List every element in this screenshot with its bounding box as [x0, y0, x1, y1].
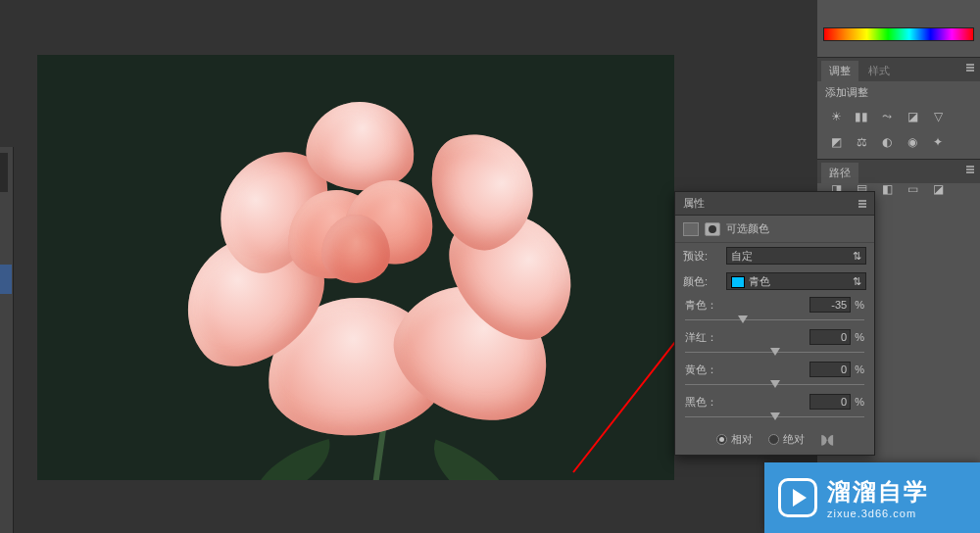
- cyan-label: 青色：: [685, 298, 717, 313]
- magenta-value-input[interactable]: [809, 329, 851, 345]
- percent-symbol: %: [855, 363, 864, 375]
- properties-header[interactable]: 属性: [675, 192, 874, 216]
- black-label: 黑色：: [685, 395, 717, 410]
- preset-value: 自定: [731, 249, 753, 264]
- magenta-slider-track[interactable]: [685, 347, 864, 359]
- balance-icon[interactable]: ⚖: [851, 133, 872, 151]
- cyan-swatch-icon: [731, 276, 745, 288]
- tab-adjustments[interactable]: 调整: [821, 61, 858, 81]
- method-radio-row: 相对 绝对 ◗◖: [675, 423, 874, 455]
- play-icon: [778, 478, 817, 517]
- paths-menu-icon[interactable]: [966, 169, 974, 170]
- bw-icon[interactable]: ◐: [876, 133, 898, 151]
- black-slider-row: 黑色： %: [675, 391, 874, 423]
- left-panel-strip: [0, 147, 14, 533]
- adjustment-type-row: 可选颜色: [675, 216, 874, 243]
- radio-checked-icon: [716, 434, 727, 445]
- left-collapse-handle[interactable]: [0, 153, 8, 192]
- magenta-slider-thumb[interactable]: [770, 348, 780, 356]
- properties-panel: 属性 可选颜色 预设: 自定 ⇅ 颜色: 青色 ⇅ 青色： %: [674, 191, 875, 456]
- dropdown-arrows-icon: ⇅: [853, 275, 861, 288]
- hue-icon[interactable]: ◩: [825, 133, 847, 151]
- watermark-main: 溜溜自学: [827, 476, 929, 508]
- document-canvas[interactable]: [37, 55, 674, 480]
- radio-unchecked-icon: [768, 434, 779, 445]
- absolute-label: 绝对: [783, 432, 805, 447]
- layer-mask-icon[interactable]: [705, 222, 720, 236]
- vibrance-icon[interactable]: ▽: [927, 108, 949, 125]
- percent-symbol: %: [855, 299, 864, 311]
- watermark-logo: 溜溜自学 zixue.3d66.com: [764, 462, 980, 533]
- footer-preview-icon[interactable]: ◗◖: [820, 431, 834, 447]
- cyan-slider-row: 青色： %: [675, 294, 874, 326]
- selective-color-adjust-icon: [683, 222, 699, 236]
- percent-symbol: %: [855, 331, 864, 343]
- preset-row: 预设: 自定 ⇅: [675, 243, 874, 268]
- exposure-icon[interactable]: ◪: [902, 108, 923, 125]
- left-layer-indicator[interactable]: [0, 265, 12, 294]
- adjustments-tabs: 调整 样式: [817, 57, 980, 81]
- magenta-slider-row: 洋红： %: [675, 326, 874, 359]
- colors-label: 颜色:: [683, 274, 720, 289]
- relative-radio[interactable]: 相对: [716, 432, 753, 447]
- black-slider-track[interactable]: [685, 412, 864, 423]
- paths-panel: 路径: [817, 159, 980, 183]
- colors-dropdown[interactable]: 青色 ⇅: [726, 272, 866, 290]
- tab-styles[interactable]: 样式: [860, 61, 898, 81]
- cyan-slider-track[interactable]: [685, 315, 864, 326]
- properties-menu-icon[interactable]: [858, 203, 866, 205]
- adjustment-title: 可选颜色: [726, 221, 769, 236]
- cyan-slider-thumb[interactable]: [738, 315, 748, 323]
- preset-label: 预设:: [683, 249, 720, 264]
- add-adjustment-label: 添加调整: [817, 81, 980, 104]
- yellow-slider-thumb[interactable]: [770, 380, 780, 388]
- black-slider-thumb[interactable]: [770, 412, 780, 420]
- properties-tab-label: 属性: [683, 196, 705, 211]
- yellow-value-input[interactable]: [809, 362, 851, 377]
- preset-dropdown[interactable]: 自定 ⇅: [726, 247, 866, 265]
- magenta-label: 洋红：: [685, 330, 717, 345]
- channel-mixer-icon[interactable]: ✦: [927, 133, 949, 151]
- levels-icon[interactable]: ▮▮: [851, 108, 872, 125]
- yellow-label: 黄色：: [685, 363, 717, 377]
- brightness-icon[interactable]: ☀: [825, 108, 847, 125]
- curves-icon[interactable]: ⤳: [876, 108, 898, 125]
- yellow-slider-row: 黄色： %: [675, 359, 874, 391]
- adjustment-icon-grid: ☀ ▮▮ ⤳ ◪ ▽: [817, 104, 980, 129]
- colors-row: 颜色: 青色 ⇅: [675, 268, 874, 294]
- watermark-text: 溜溜自学 zixue.3d66.com: [827, 476, 929, 519]
- cyan-value-input[interactable]: [809, 297, 851, 313]
- relative-label: 相对: [731, 432, 753, 447]
- percent-symbol: %: [855, 396, 864, 408]
- rose-image: [150, 63, 562, 435]
- photo-filter-icon[interactable]: ◉: [902, 133, 923, 151]
- colors-value-wrap: 青色: [731, 274, 770, 289]
- yellow-slider-track[interactable]: [685, 379, 864, 391]
- colors-value: 青色: [749, 275, 770, 287]
- color-spectrum-strip[interactable]: [823, 27, 974, 41]
- tab-paths[interactable]: 路径: [821, 163, 858, 183]
- panel-menu-icon[interactable]: [966, 67, 974, 69]
- dropdown-arrows-icon: ⇅: [853, 250, 861, 263]
- absolute-radio[interactable]: 绝对: [768, 432, 805, 447]
- watermark-sub: zixue.3d66.com: [827, 508, 929, 519]
- black-value-input[interactable]: [809, 394, 851, 410]
